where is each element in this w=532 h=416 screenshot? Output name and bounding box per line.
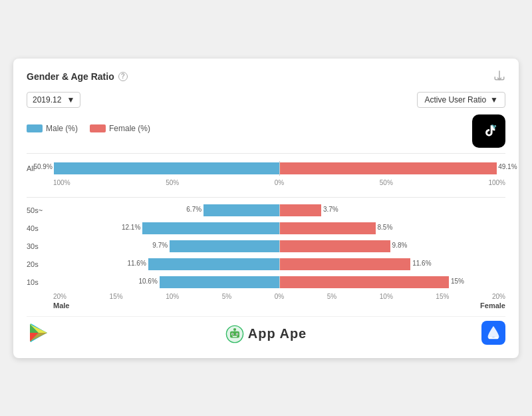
female-bar-50s~	[279, 204, 321, 216]
app-ape-text: App Ape	[248, 326, 307, 341]
legend-female: Female (%)	[90, 124, 150, 133]
female-bar-30s	[279, 240, 390, 252]
male-bar-40s	[142, 222, 279, 234]
legend-row: Male (%) Female (%)	[27, 124, 150, 133]
all-male-bar	[54, 162, 279, 174]
age-axis: 20%15%10%5%0%5%10%15%20%	[27, 293, 505, 300]
gender-label-female: Female	[480, 302, 505, 310]
age-axis-4: 0%	[275, 293, 284, 300]
center-line	[279, 161, 280, 176]
legend-male: Male (%)	[27, 124, 78, 133]
age-axis-8: 20%	[492, 293, 505, 300]
age-axis-5: 5%	[327, 293, 336, 300]
age-center-line-40s	[279, 222, 280, 234]
download-icon[interactable]	[493, 69, 505, 84]
app-ape-logo: App Ape	[225, 325, 307, 343]
card-title: Gender & Age Ratio ?	[27, 71, 128, 82]
dropdown-arrow-icon: ▼	[490, 95, 498, 104]
chevron-down-icon: ▼	[66, 95, 74, 104]
age-axis-7: 15%	[436, 293, 449, 300]
age-label-10s: 10s	[27, 278, 53, 286]
age-axis-1: 15%	[110, 293, 123, 300]
age-bars-30s: 9.7%9.8%	[53, 240, 505, 252]
svg-point-14	[236, 333, 237, 335]
card-header: Gender & Age Ratio ?	[27, 69, 505, 84]
male-label-text-20s: 11.6%	[127, 260, 146, 267]
male-label-text-40s: 12.1%	[122, 224, 140, 231]
controls-row: 2019.12 ▼ Active User Ratio ▼	[27, 92, 505, 108]
female-legend-label: Female (%)	[109, 124, 150, 133]
svg-point-9	[233, 327, 236, 330]
age-axis-6: 10%	[380, 293, 393, 300]
all-bar-area: 50.9% 49.1%	[53, 161, 505, 176]
gender-label-male: Male	[53, 302, 69, 310]
divider-2	[27, 197, 505, 198]
age-label-30s: 30s	[27, 242, 53, 250]
male-label-text-10s: 10.6%	[138, 278, 157, 285]
legend-area: Male (%) Female (%)	[27, 114, 505, 148]
active-user-ratio-button[interactable]: Active User Ratio ▼	[417, 92, 505, 108]
age-axis-2: 10%	[166, 293, 179, 300]
male-legend-label: Male (%)	[46, 124, 78, 133]
app-store-icon	[481, 321, 505, 347]
female-label-text-10s: 15%	[451, 278, 464, 285]
svg-rect-15	[232, 335, 237, 336]
svg-point-13	[231, 333, 233, 335]
age-bars-50s~: 6.7%3.7%	[53, 204, 505, 216]
main-card: Gender & Age Ratio ? 2019.12 ▼ Active Us…	[13, 59, 519, 358]
active-user-label: Active User Ratio	[424, 95, 486, 104]
age-axis-0: 20%	[53, 293, 66, 300]
age-center-line-30s	[279, 240, 280, 252]
female-color-swatch	[90, 124, 106, 132]
all-axis: 100% 50% 0% 50% 100%	[27, 179, 505, 186]
male-bar-10s	[160, 276, 279, 288]
age-label-20s: 20s	[27, 260, 53, 268]
male-bar-30s	[170, 240, 279, 252]
age-bar-row-10s: 10s10.6%15%	[27, 275, 505, 290]
male-label-text-30s: 9.7%	[152, 242, 168, 249]
age-center-line-50s~	[279, 204, 280, 216]
age-bar-row-50s~: 50s~6.7%3.7%	[27, 203, 505, 218]
age-bar-row-40s: 40s12.1%8.5%	[27, 221, 505, 236]
all-chart: All 50.9% 49.1% 100% 50% 0% 50% 100%	[27, 159, 505, 192]
male-label-text-50s~: 6.7%	[186, 206, 201, 213]
all-axis-50-right: 50%	[380, 179, 393, 186]
tiktok-logo	[472, 114, 505, 148]
female-label-text-20s: 11.6%	[412, 260, 431, 267]
age-axis-3: 5%	[222, 293, 231, 300]
male-bar-20s	[148, 258, 279, 270]
date-value: 2019.12	[33, 95, 61, 104]
all-axis-0: 0%	[275, 179, 284, 186]
all-axis-50-left: 50%	[166, 179, 179, 186]
date-select[interactable]: 2019.12 ▼	[27, 92, 80, 108]
all-female-label: 49.1%	[498, 163, 517, 170]
google-play-icon	[27, 321, 51, 347]
age-bar-row-30s: 30s9.7%9.8%	[27, 239, 505, 254]
age-center-line-10s	[279, 276, 280, 288]
age-axis-gender: MaleFemale	[27, 302, 505, 310]
female-label-text-50s~: 3.7%	[323, 206, 338, 213]
help-icon[interactable]: ?	[118, 72, 128, 81]
divider-1	[27, 153, 505, 154]
female-bar-40s	[279, 222, 376, 234]
age-center-line-20s	[279, 258, 280, 270]
age-bar-row-20s: 20s11.6%11.6%	[27, 257, 505, 272]
age-label-50s~: 50s~	[27, 206, 53, 214]
all-axis-100-left: 100%	[53, 179, 70, 186]
male-color-swatch	[27, 124, 43, 132]
female-bar-20s	[279, 258, 410, 270]
female-label-text-30s: 9.8%	[392, 242, 408, 249]
age-chart: 50s~6.7%3.7%40s12.1%8.5%30s9.7%9.8%20s11…	[27, 203, 505, 310]
all-bar-row: All 50.9% 49.1%	[27, 159, 505, 178]
age-label-40s: 40s	[27, 224, 53, 232]
all-male-label: 50.9%	[33, 163, 52, 170]
male-bar-50s~	[203, 204, 279, 216]
footer: App Ape	[27, 316, 505, 347]
all-axis-100-right: 100%	[488, 179, 505, 186]
title-text: Gender & Age Ratio	[27, 71, 114, 82]
age-bars-20s: 11.6%11.6%	[53, 258, 505, 270]
age-bars-10s: 10.6%15%	[53, 276, 505, 288]
all-female-bar	[279, 162, 497, 174]
female-label-text-40s: 8.5%	[377, 224, 392, 231]
age-bars-40s: 12.1%8.5%	[53, 222, 505, 234]
